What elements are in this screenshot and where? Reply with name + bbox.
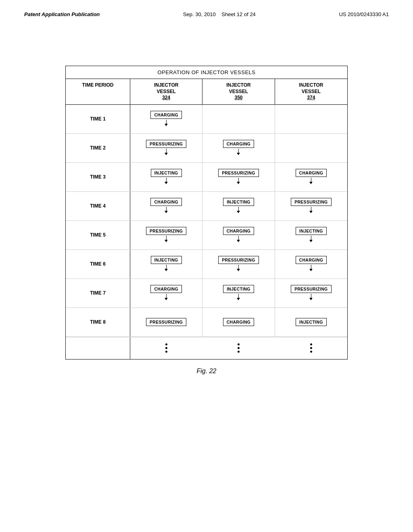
time-label: TIME 3 [66,163,130,191]
operation-cell: PRESSURIZING [202,163,275,191]
operation-cell: PRESSURIZING [130,134,202,162]
dots-cell [202,337,275,359]
arrow-down [237,178,240,184]
op-box: INJECTING [223,285,254,293]
arrow-down [237,207,240,213]
operation-cell: INJECTING [275,221,347,249]
arrow-down [237,265,240,271]
operation-cell: CHARGING [275,163,347,191]
table-row: TIME 4 CHARGING INJECTING [66,192,347,221]
operation-cell: CHARGING [130,192,202,220]
arrow-down [309,236,313,242]
operation-cell: CHARGING [130,279,202,308]
op-box: PRESSURIZING [146,227,186,235]
arrow-down [237,149,240,155]
dot [238,347,240,349]
arrow-down [165,236,168,242]
table-row: TIME 5 PRESSURIZING CHARGING [66,221,347,250]
arrow-down [165,149,168,155]
table-row: TIME 8 PRESSURIZING CHARGING INJECTING [66,308,347,337]
op-box: PRESSURIZING [146,318,186,326]
op-box: PRESSURIZING [291,285,331,293]
dot [165,347,167,349]
arrow-down [309,265,313,271]
table-header-row: TIME PERIOD INJECTORVESSEL324 INJECTORVE… [66,79,347,105]
op-box: CHARGING [296,256,327,264]
time-label: TIME 1 [66,105,130,133]
table-row: TIME 7 CHARGING INJECTING [66,279,347,308]
dots-time-cell [66,337,130,359]
op-box: INJECTING [151,169,182,177]
operation-cell: INJECTING [202,192,275,220]
operation-cell: INJECTING [130,250,202,278]
operation-cell: CHARGING [202,308,275,337]
operation-cell: INJECTING [202,279,275,308]
dot [238,351,240,353]
arrow-down [165,120,168,126]
op-box: CHARGING [223,318,254,326]
operation-cell: PRESSURIZING [130,221,202,249]
dot [165,351,167,353]
figure-container: OPERATION OF INJECTOR VESSELS TIME PERIO… [65,66,348,375]
dot [310,351,312,353]
arrow-down [165,207,168,213]
op-box: CHARGING [223,140,254,148]
dot [310,343,312,345]
page-header: Patent Application Publication Sep. 30, … [0,0,413,17]
operation-cell [202,105,275,133]
op-box: CHARGING [223,227,254,235]
arrow-down [165,178,168,184]
col-header-374: INJECTORVESSEL374 [275,79,347,104]
arrow-down [309,294,313,300]
operation-table: OPERATION OF INJECTOR VESSELS TIME PERIO… [65,66,348,360]
table-row: TIME 2 PRESSURIZING CHARGING [66,134,347,163]
time-label: TIME 8 [66,308,130,337]
figure-label: Fig. 22 [65,368,348,375]
operation-cell: PRESSURIZING [275,192,347,220]
dots-cell [130,337,202,359]
arrow-down [165,294,168,300]
operation-cell: CHARGING [202,221,275,249]
dot [238,343,240,345]
op-box: CHARGING [150,111,182,119]
op-box: CHARGING [296,169,327,177]
op-box: INJECTING [296,318,327,326]
arrow-down [237,236,240,242]
arrow-down [165,265,168,271]
time-label: TIME 7 [66,279,130,308]
col-header-time: TIME PERIOD [66,79,130,104]
operation-cell [275,134,347,162]
table-row: TIME 6 INJECTING PRESSURIZING [66,250,347,279]
date-label: Sep. 30, 2010 Sheet 12 of 24 [183,11,256,17]
op-box: INJECTING [151,256,182,264]
col-header-350: INJECTORVESSEL350 [202,79,275,104]
arrow-down [309,207,313,213]
operation-cell: CHARGING [130,105,202,133]
arrow-down [237,294,240,300]
op-box: PRESSURIZING [291,198,331,206]
table-row: TIME 3 INJECTING PRESSURIZING [66,163,347,192]
dot [310,347,312,349]
table-body: TIME 1 CHARGING TIME 2 PRES [66,105,347,359]
time-label: TIME 5 [66,221,130,249]
time-label: TIME 6 [66,250,130,278]
time-label: TIME 2 [66,134,130,162]
dots-cell [275,337,347,359]
dot [165,343,167,345]
operation-cell: CHARGING [275,250,347,278]
op-box: CHARGING [150,198,182,206]
publication-label: Patent Application Publication [24,11,100,17]
col-header-324: INJECTORVESSEL324 [130,79,202,104]
operation-cell [275,105,347,133]
main-content: OPERATION OF INJECTOR VESSELS TIME PERIO… [0,17,413,375]
op-box: INJECTING [296,227,327,235]
operation-cell: INJECTING [130,163,202,191]
continuation-dots-row [66,337,347,359]
op-box: PRESSURIZING [218,169,259,177]
table-title: OPERATION OF INJECTOR VESSELS [66,66,347,79]
op-box: PRESSURIZING [146,140,186,148]
operation-cell: PRESSURIZING [275,279,347,308]
op-box: CHARGING [150,285,182,293]
operation-cell: INJECTING [275,308,347,337]
operation-cell: PRESSURIZING [130,308,202,337]
